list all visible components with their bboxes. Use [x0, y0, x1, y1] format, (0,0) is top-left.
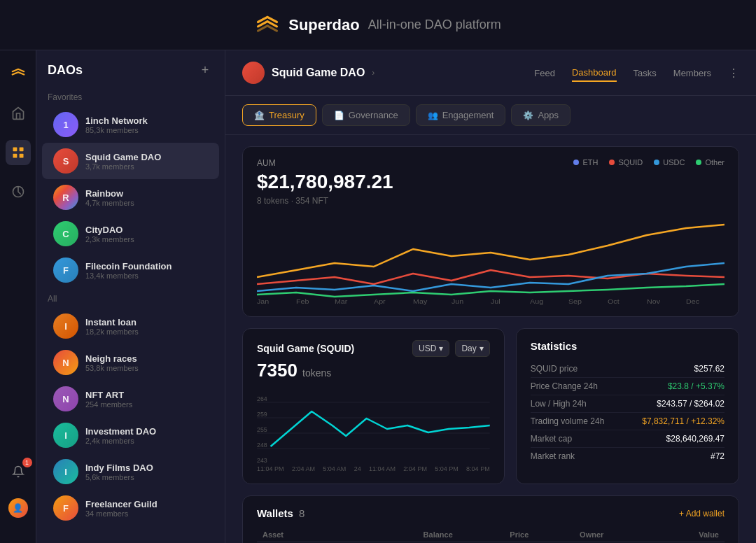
dao-chevron: › — [372, 68, 374, 78]
nav-tasks[interactable]: Tasks — [634, 65, 657, 81]
dao-members-1inch: 85,3k members — [85, 126, 208, 134]
legend-dot-usdc — [654, 160, 659, 165]
tab-engagement[interactable]: 👥Engagement — [416, 104, 506, 126]
content-body: AUM $21,780,987.21 8 tokens · 354 NFT ET… — [225, 135, 756, 543]
dao-members-investment: 2,4k members — [85, 437, 208, 445]
top-header: Superdao All-in-one DAO platform — [0, 0, 756, 50]
icon-nav: 1 👤 — [0, 50, 36, 543]
dao-name-freelancer: Freelancer Guild — [85, 499, 208, 509]
dao-name-indyfilms: Indy Films DAO — [85, 463, 208, 473]
squid-tokens-value: 7350 tokens — [257, 360, 490, 381]
nav-dashboard[interactable]: Dashboard — [572, 64, 617, 82]
dao-members-squid: 3,7k members — [85, 162, 208, 171]
sidebar-item-instantloan[interactable]: I Instant loan 18,2k members — [42, 308, 219, 344]
squid-card: Squid Game (SQUID) USD ▾ Day ▾ — [242, 328, 505, 484]
content-header: Squid Game DAO › Feed Dashboard Tasks Me… — [225, 50, 756, 96]
legend-eth: ETH — [573, 158, 598, 167]
tab-treasury[interactable]: 🏦Treasury — [242, 104, 316, 126]
svg-text:May: May — [413, 298, 427, 305]
dao-avatar-freelancer: F — [53, 495, 78, 521]
dao-members-citydao: 2,3k members — [85, 235, 208, 244]
sidebar-item-freelancer[interactable]: F Freelancer Guild 34 members — [42, 490, 219, 526]
tab-governance[interactable]: 📄Governance — [322, 104, 410, 126]
dao-name-1inch: 1inch Network — [85, 115, 208, 126]
nav-home[interactable] — [6, 101, 31, 126]
nav-explore[interactable] — [6, 179, 31, 204]
sidebar-item-squid[interactable]: S Squid Game DAO 3,7k members — [42, 143, 219, 179]
favorites-list: 1 1inch Network 85,3k members S Squid Ga… — [36, 106, 225, 288]
wallets-table: Asset Balance Price Owner Value Ξ Ethere… — [257, 528, 724, 543]
sidebar-item-filecoin[interactable]: F Filecoin Foundation 13,4k members — [42, 252, 219, 288]
svg-text:264: 264 — [257, 395, 267, 402]
dao-header-name: Squid Game DAO — [272, 66, 365, 79]
svg-rect-2 — [13, 154, 17, 158]
col-value: Value — [631, 528, 724, 542]
dao-members-filecoin: 13,4k members — [85, 272, 208, 280]
aum-card: AUM $21,780,987.21 8 tokens · 354 NFT ET… — [242, 146, 739, 317]
col-owner: Owner — [574, 528, 631, 542]
sidebar-header: DAOs + — [36, 62, 225, 87]
sidebar-title: DAOs — [48, 63, 83, 78]
nav-feed[interactable]: Feed — [534, 65, 555, 81]
aum-value: $21,780,987.21 — [257, 171, 393, 193]
stats-card: Statistics SQUID price$257.62Price Chang… — [516, 328, 739, 484]
dao-avatar-nftart: N — [53, 386, 78, 411]
dao-name-citydao: CityDAO — [85, 225, 208, 235]
stats-row: Price Change 24h$23.8 / +5.37% — [531, 378, 724, 395]
tab-apps[interactable]: ⚙️Apps — [511, 104, 570, 126]
tab-icon-apps: ⚙️ — [523, 111, 533, 120]
dao-header-avatar — [242, 62, 265, 84]
dao-members-neigh: 53,8k members — [85, 364, 208, 372]
add-dao-button[interactable]: + — [197, 62, 214, 78]
legend-squid: SQUID — [609, 158, 643, 167]
main-layout: 1 👤 DAOs + Favorites 1 1inch Network 85,… — [0, 50, 756, 543]
wallets-count: 8 — [299, 507, 304, 519]
legend-dot-other — [696, 160, 701, 165]
legend-dot-eth — [573, 160, 579, 165]
dao-avatar-instantloan: I — [53, 313, 78, 339]
stats-row: Trading volume 24h$7,832,711 / +12.32% — [531, 413, 724, 430]
sidebar-item-indyfilms[interactable]: I Indy Films DAO 5,6k members — [42, 453, 219, 490]
app-title: Superdao — [288, 16, 359, 34]
sidebar-item-citydao[interactable]: C CityDAO 2,3k members — [42, 216, 219, 252]
stats-row: Low / High 24h$243.57 / $264.02 — [531, 395, 724, 413]
tabs-row: 🏦Treasury📄Governance👥Engagement⚙️Apps — [225, 96, 756, 135]
dao-name-squid: Squid Game DAO — [85, 152, 208, 162]
nav-daos[interactable] — [6, 140, 31, 165]
dao-title-row: Squid Game DAO › — [242, 62, 374, 84]
wallets-card: Wallets 8 + Add wallet Asset Balance Pri… — [242, 495, 739, 543]
sidebar-item-rainbow[interactable]: R Rainbow 4,7k members — [42, 179, 219, 216]
sidebar-item-neigh[interactable]: N Neigh races 53,8k members — [42, 344, 219, 381]
stats-row: Market rank#72 — [531, 448, 724, 465]
wallets-header: Wallets 8 + Add wallet — [257, 507, 724, 519]
period-select[interactable]: Day ▾ — [455, 340, 489, 357]
dao-avatar-1inch: 1 — [53, 112, 78, 137]
currency-select[interactable]: USD ▾ — [412, 340, 449, 357]
nav-members[interactable]: Members — [673, 65, 711, 81]
aum-label: AUM — [257, 158, 393, 168]
dao-name-nftart: NFT ART — [85, 390, 208, 400]
svg-text:Nov: Nov — [647, 298, 660, 305]
nav-more-dots[interactable]: ⋮ — [728, 66, 739, 80]
dao-name-instantloan: Instant loan — [85, 317, 208, 327]
notification-icon[interactable]: 1 — [6, 459, 31, 484]
svg-text:Jan: Jan — [257, 298, 269, 305]
dao-members-nftart: 254 members — [85, 400, 208, 409]
dao-name-investment: Investment DAO — [85, 426, 208, 437]
sidebar-item-nftart[interactable]: N NFT ART 254 members — [42, 381, 219, 417]
sidebar: DAOs + Favorites 1 1inch Network 85,3k m… — [36, 50, 225, 543]
user-avatar-nav[interactable]: 👤 — [6, 495, 31, 521]
sidebar-item-1inch[interactable]: 1 1inch Network 85,3k members — [42, 106, 219, 143]
tab-icon-treasury: 🏦 — [254, 111, 265, 120]
dao-members-rainbow: 4,7k members — [85, 199, 208, 207]
legend-other: Other — [696, 158, 724, 167]
svg-text:Jul: Jul — [491, 298, 500, 305]
tab-icon-governance: 📄 — [334, 111, 344, 120]
dao-avatar-neigh: N — [53, 350, 78, 375]
svg-text:Mar: Mar — [335, 298, 348, 305]
add-wallet-button[interactable]: + Add wallet — [679, 509, 724, 519]
nav-logo[interactable] — [6, 62, 31, 87]
favorites-label: Favorites — [36, 87, 225, 106]
sidebar-item-investment[interactable]: I Investment DAO 2,4k members — [42, 417, 219, 453]
dao-name-rainbow: Rainbow — [85, 188, 208, 199]
